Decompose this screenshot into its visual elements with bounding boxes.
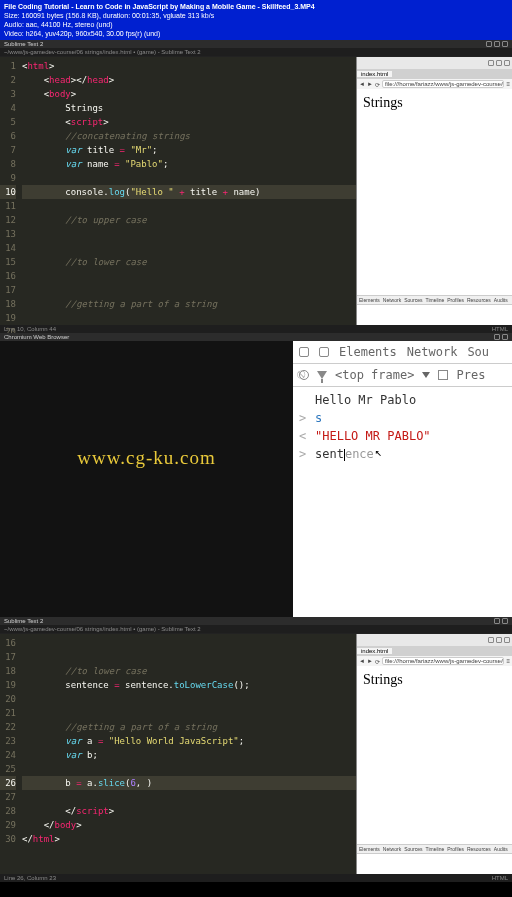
- browser-window-controls: [357, 57, 512, 69]
- indicator-icon[interactable]: [494, 41, 500, 47]
- devtools-tab[interactable]: Audits: [494, 297, 508, 303]
- chevron-down-icon[interactable]: [422, 372, 430, 378]
- ubuntu-menubar: Chromium Web Browser: [0, 333, 512, 341]
- indicator-icon[interactable]: [502, 334, 508, 340]
- window-maximize-icon[interactable]: [496, 637, 502, 643]
- checkbox-preserve[interactable]: [438, 370, 448, 380]
- devtools-tab[interactable]: Profiles: [447, 297, 464, 303]
- devtools-tab-sources[interactable]: Sou: [467, 345, 489, 359]
- preserve-label: Pres: [456, 368, 485, 382]
- console-result: "HELLO MR PABLO": [315, 427, 431, 445]
- panel-editor-2: Sublime Text 2 ~/www/js-gamedev-course/0…: [0, 617, 512, 882]
- nav-forward-icon[interactable]: ►: [367, 658, 373, 664]
- devtools-console[interactable]: [357, 305, 512, 325]
- browser-addressbar: ◄ ► ⟳ file:///home/fariazz/www/js-gamede…: [357, 79, 512, 89]
- nav-back-icon[interactable]: ◄: [359, 658, 365, 664]
- devtools-tab[interactable]: Timeline: [426, 297, 445, 303]
- console-prompt-icon: >: [299, 409, 309, 427]
- panel-devtools-zoom: Chromium Web Browser www.cg-ku.com Eleme…: [0, 333, 512, 617]
- window-minimize-icon[interactable]: [488, 60, 494, 66]
- video-title: File Coding Tutorial - Learn to Code in …: [4, 2, 508, 11]
- video-info-bar: File Coding Tutorial - Learn to Code in …: [0, 0, 512, 40]
- browser-window: index.html ◄ ► ⟳ file:///home/fariazz/ww…: [356, 57, 512, 325]
- code-editor[interactable]: 1234567891011121314151617181920212223 <h…: [0, 57, 356, 325]
- window-close-icon[interactable]: [504, 60, 510, 66]
- devtools-tab[interactable]: Network: [383, 846, 401, 852]
- editor-statusbar: Line 26, Column 23 HTML: [0, 874, 512, 882]
- browser-window-controls: [357, 634, 512, 646]
- indicator-icon[interactable]: [494, 334, 500, 340]
- devtools-tab[interactable]: Audits: [494, 846, 508, 852]
- syntax-mode: HTML: [492, 326, 508, 332]
- panel-editor-1: Sublime Text 2 ~/www/js-gamedev-course/0…: [0, 40, 512, 333]
- editor-titlebar: ~/www/js-gamedev-course/06 strings/index…: [0, 48, 512, 57]
- menu-icon[interactable]: ≡: [506, 81, 510, 87]
- indicator-icon[interactable]: [502, 41, 508, 47]
- code-area[interactable]: //to lower case sentence = sentence.toLo…: [0, 634, 356, 846]
- browser-devtools[interactable]: ElementsNetworkSourcesTimelineProfilesRe…: [357, 295, 512, 325]
- watermark-text: www.cg-ku.com: [77, 447, 215, 469]
- devtools-zoom[interactable]: Elements Network Sou ⃠ <top frame> Pres …: [293, 341, 512, 617]
- window-maximize-icon[interactable]: [496, 60, 502, 66]
- indicator-icon[interactable]: [486, 41, 492, 47]
- cursor-position: Line 26, Column 23: [4, 875, 56, 881]
- frame-selector[interactable]: <top frame>: [335, 368, 414, 382]
- devtools-tabs-zoom[interactable]: Elements Network Sou: [293, 341, 512, 364]
- menubar-app: Sublime Text 2: [4, 41, 43, 47]
- indicator-icon[interactable]: [502, 618, 508, 624]
- video-audio: Audio: aac, 44100 Hz, stereo (und): [4, 20, 508, 29]
- browser-devtools[interactable]: ElementsNetworkSourcesTimelineProfilesRe…: [357, 844, 512, 874]
- browser-tab[interactable]: index.html: [357, 71, 392, 77]
- editor-titlebar: ~/www/js-gamedev-course/06 strings/index…: [0, 625, 512, 634]
- console-result-icon: <: [299, 427, 309, 445]
- clear-console-icon[interactable]: ⃠: [299, 370, 309, 380]
- inspect-icon[interactable]: [299, 347, 309, 357]
- nav-forward-icon[interactable]: ►: [367, 81, 373, 87]
- mouse-cursor-icon: ↖: [375, 443, 382, 461]
- filter-icon[interactable]: [317, 371, 327, 379]
- devtools-tabs[interactable]: ElementsNetworkSourcesTimelineProfilesRe…: [357, 296, 512, 305]
- browser-window: index.html ◄ ► ⟳ file:///home/fariazz/ww…: [356, 634, 512, 874]
- blank-pane: www.cg-ku.com: [0, 341, 293, 617]
- indicator-icon[interactable]: [494, 618, 500, 624]
- devtools-tabs[interactable]: ElementsNetworkSourcesTimelineProfilesRe…: [357, 845, 512, 854]
- devtools-tab[interactable]: Profiles: [447, 846, 464, 852]
- url-input[interactable]: file:///home/fariazz/www/js-gamedev-cour…: [382, 657, 505, 665]
- nav-reload-icon[interactable]: ⟳: [375, 658, 380, 665]
- devtools-tab[interactable]: Resources: [467, 297, 491, 303]
- window-close-icon[interactable]: [504, 637, 510, 643]
- devtools-tab[interactable]: Sources: [404, 297, 422, 303]
- code-editor[interactable]: 161718192021222324252627282930 //to lowe…: [0, 634, 356, 874]
- devtools-tab[interactable]: Resources: [467, 846, 491, 852]
- device-icon[interactable]: [319, 347, 329, 357]
- devtools-tab[interactable]: Elements: [359, 846, 380, 852]
- console-prompt-icon: >: [299, 445, 309, 463]
- browser-tabbar[interactable]: index.html: [357, 646, 512, 656]
- devtools-tab[interactable]: Elements: [359, 297, 380, 303]
- video-video: Video: h264, yuv420p, 960x540, 30.00 fps…: [4, 29, 508, 38]
- editor-title: ~/www/js-gamedev-course/06 strings/index…: [4, 626, 201, 632]
- window-minimize-icon[interactable]: [488, 637, 494, 643]
- devtools-tab-network[interactable]: Network: [407, 345, 458, 359]
- browser-tabbar[interactable]: index.html: [357, 69, 512, 79]
- ubuntu-menubar: Sublime Text 2: [0, 617, 512, 625]
- devtools-tab-elements[interactable]: Elements: [339, 345, 397, 359]
- devtools-console[interactable]: [357, 854, 512, 874]
- video-size: Size: 160091 bytes (156.8 KB), duration:…: [4, 11, 508, 20]
- console-input[interactable]: sentence↖: [315, 445, 381, 463]
- nav-back-icon[interactable]: ◄: [359, 81, 365, 87]
- browser-tab[interactable]: index.html: [357, 648, 392, 654]
- nav-reload-icon[interactable]: ⟳: [375, 81, 380, 88]
- devtools-tab[interactable]: Sources: [404, 846, 422, 852]
- menubar-app: Chromium Web Browser: [4, 334, 69, 340]
- devtools-console-bar[interactable]: ⃠ <top frame> Pres: [293, 364, 512, 387]
- syntax-mode: HTML: [492, 875, 508, 881]
- url-input[interactable]: file:///home/fariazz/www/js-gamedev-cour…: [382, 80, 505, 88]
- devtools-tab[interactable]: Timeline: [426, 846, 445, 852]
- browser-addressbar: ◄ ► ⟳ file:///home/fariazz/www/js-gamede…: [357, 656, 512, 666]
- devtools-tab[interactable]: Network: [383, 297, 401, 303]
- devtools-console-output[interactable]: Hello Mr Pablo >s <"HELLO MR PABLO" > se…: [293, 387, 512, 467]
- browser-viewport: Strings: [357, 666, 512, 844]
- menu-icon[interactable]: ≡: [506, 658, 510, 664]
- page-heading: Strings: [363, 672, 506, 688]
